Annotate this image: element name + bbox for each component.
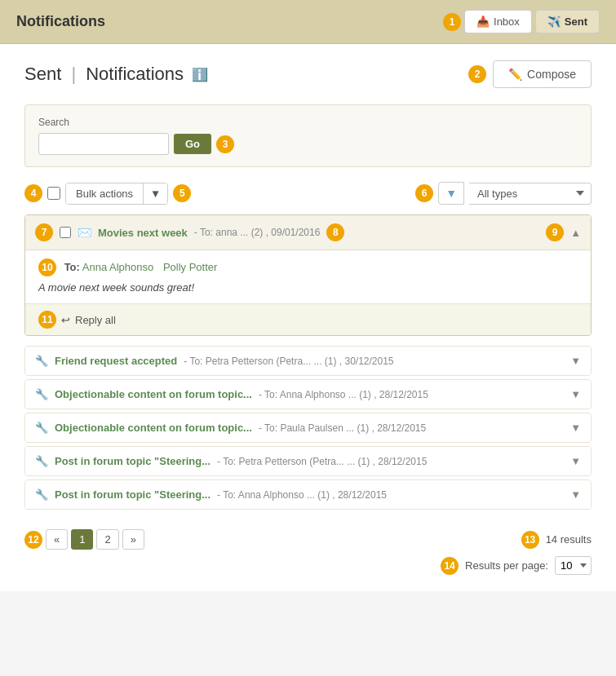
go-button[interactable]: Go: [174, 134, 211, 154]
badge-4: 4: [24, 184, 42, 202]
notification-meta-6: - To: Anna Alphonso ... (1) , 28/12/2015: [217, 489, 387, 501]
chevron-down-icon-4: ▼: [570, 422, 581, 434]
type-filter-select[interactable]: All types Messages Alerts System: [469, 183, 592, 205]
envelope-icon-1: ✉️: [78, 226, 91, 239]
wrench-icon-4: 🔧: [35, 422, 48, 434]
notification-header-6[interactable]: 🔧 Post in forum topic "Steering... - To:…: [25, 480, 591, 509]
bulk-actions-dropdown: Bulk actions ▼: [65, 183, 168, 205]
search-label: Search: [38, 117, 578, 128]
page-title: Sent | Notifications: [24, 64, 184, 85]
pagination-right: 13 14 results: [521, 531, 592, 549]
notification-item-4: 🔧 Objectionable content on forum topic..…: [24, 413, 592, 443]
notification-header-3[interactable]: 🔧 Objectionable content on forum topic..…: [25, 380, 591, 409]
results-count: 14 results: [546, 533, 592, 546]
filter-icon: ▼: [445, 187, 457, 200]
notification-checkbox-1[interactable]: [60, 227, 71, 238]
chevron-down-icon-2: ▼: [570, 355, 581, 367]
notification-item-3: 🔧 Objectionable content on forum topic..…: [24, 379, 592, 409]
prev-page-button[interactable]: «: [46, 529, 68, 550]
badge-14: 14: [441, 557, 459, 575]
reply-all-button-1[interactable]: ↩ Reply all: [61, 314, 116, 326]
wrench-icon-3: 🔧: [35, 388, 48, 400]
pagination-row: 12 « 1 2 » 13 14 results: [24, 523, 592, 550]
notification-title-1[interactable]: Movies next week: [98, 227, 188, 239]
notification-meta-3: - To: Anna Alphonso ... (1) , 28/12/2015: [259, 389, 428, 400]
chevron-down-icon-6: ▼: [570, 488, 581, 501]
badge-12: 12: [24, 531, 42, 549]
main-content: Sent | Notifications ℹ️ 2 ✏️ Compose Sea…: [0, 44, 616, 591]
notification-title-6[interactable]: Post in forum topic "Steering...: [55, 488, 211, 501]
wrench-icon-5: 🔧: [35, 455, 48, 467]
info-icon[interactable]: ℹ️: [192, 67, 208, 82]
notification-meta-4: - To: Paula Paulsen ... (1) , 28/12/2015: [259, 422, 426, 434]
compose-button[interactable]: ✏️ Compose: [493, 60, 592, 88]
inbox-button[interactable]: 📥 Inbox: [464, 10, 532, 33]
reply-all-icon: ↩: [61, 314, 70, 326]
results-per-page-label: Results per page:: [465, 559, 548, 572]
wrench-icon-6: 🔧: [35, 488, 48, 501]
wrench-icon-2: 🔧: [35, 355, 48, 367]
notification-footer-1: 11 ↩ Reply all: [25, 303, 591, 335]
badge-13: 13: [521, 531, 539, 549]
to-label: To:: [64, 261, 80, 273]
app-header: Notifications 1 📥 Inbox ✈️ Sent: [0, 0, 616, 44]
chevron-down-icon-3: ▼: [570, 388, 581, 400]
notification-header-1[interactable]: 7 ✉️ Movies next week - To: anna ... (2)…: [25, 215, 591, 250]
notification-title-2[interactable]: Friend request accepted: [55, 355, 177, 367]
recipient-polly[interactable]: Polly Potter: [163, 261, 217, 273]
search-box: Search Go 3: [24, 104, 592, 167]
pagination-left: 12 « 1 2 »: [24, 529, 144, 550]
page-heading-row: Sent | Notifications ℹ️ 2 ✏️ Compose: [24, 60, 592, 88]
notification-meta-5: - To: Petra Petterson (Petra... ... (1) …: [217, 456, 427, 467]
badge-11: 11: [38, 311, 56, 329]
notification-item-2: 🔧 Friend request accepted - To: Petra Pe…: [24, 346, 592, 376]
notification-message-1: A movie next week sounds great!: [38, 281, 578, 294]
notification-item-5: 🔧 Post in forum topic "Steering... - To:…: [24, 446, 592, 476]
badge-5: 5: [173, 184, 191, 202]
notification-header-5[interactable]: 🔧 Post in forum topic "Steering... - To:…: [25, 447, 591, 475]
sent-icon: ✈️: [547, 15, 561, 28]
sent-button[interactable]: ✈️ Sent: [535, 10, 600, 33]
per-page-select[interactable]: 5 10 20 50: [555, 556, 592, 575]
inbox-icon: 📥: [476, 15, 490, 28]
chevron-down-icon-5: ▼: [570, 455, 581, 467]
badge-7: 7: [35, 223, 53, 241]
notification-title-3[interactable]: Objectionable content on forum topic...: [55, 388, 252, 400]
notification-meta-1: - To: anna ... (2) , 09/01/2016: [194, 227, 321, 238]
badge-9: 9: [546, 223, 564, 241]
toolbar: 4 Bulk actions ▼ 5 6 ▼ All types Message…: [24, 182, 592, 205]
notification-body-1: 10 To: Anna Alphonso Polly Potter A movi…: [25, 250, 591, 303]
notification-header-4[interactable]: 🔧 Objectionable content on forum topic..…: [25, 413, 591, 442]
results-per-page-row: 14 Results per page: 5 10 20 50: [24, 556, 592, 575]
badge-6: 6: [415, 184, 433, 202]
badge-10: 10: [38, 258, 56, 276]
select-all-checkbox[interactable]: [47, 187, 60, 200]
chevron-down-icon: ▼: [150, 188, 161, 200]
compose-icon: ✏️: [508, 68, 522, 81]
notification-item-1: 7 ✉️ Movies next week - To: anna ... (2)…: [24, 214, 592, 336]
page-2-button[interactable]: 2: [96, 529, 118, 550]
notification-title-4[interactable]: Objectionable content on forum topic...: [55, 422, 252, 434]
badge-3: 3: [216, 135, 234, 153]
next-page-button[interactable]: »: [122, 529, 144, 550]
bulk-actions-arrow-button[interactable]: ▼: [144, 183, 167, 204]
notification-title-5[interactable]: Post in forum topic "Steering...: [55, 455, 211, 467]
bulk-actions-button[interactable]: Bulk actions: [66, 183, 144, 204]
badge-8: 8: [326, 223, 344, 241]
notification-header-2[interactable]: 🔧 Friend request accepted - To: Petra Pe…: [25, 347, 591, 375]
search-input[interactable]: [38, 133, 169, 155]
badge-2: 2: [468, 65, 486, 83]
notification-meta-2: - To: Petra Petterson (Petra... ... (1) …: [184, 356, 393, 367]
header-navigation: 1 📥 Inbox ✈️ Sent: [443, 10, 600, 33]
badge-1: 1: [443, 13, 461, 31]
recipient-anna[interactable]: Anna Alphonso: [82, 261, 153, 273]
notification-item-6: 🔧 Post in forum topic "Steering... - To:…: [24, 479, 592, 510]
page-1-button[interactable]: 1: [71, 529, 93, 550]
page-heading-left: Sent | Notifications ℹ️: [24, 64, 208, 85]
chevron-up-icon-1: ▲: [570, 227, 581, 239]
header-title: Notifications: [16, 13, 105, 30]
filter-icon-button[interactable]: ▼: [438, 182, 464, 205]
